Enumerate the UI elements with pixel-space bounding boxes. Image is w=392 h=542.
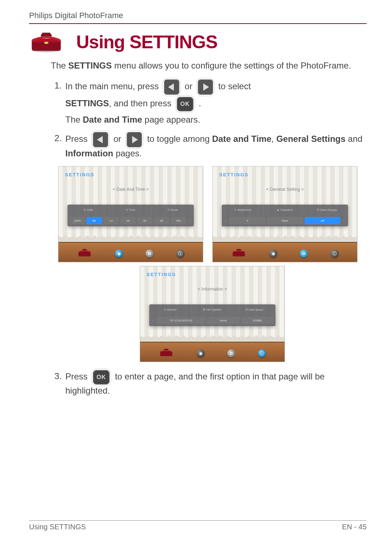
footer-left: Using SETTINGS xyxy=(29,523,86,531)
page-footer: Using SETTINGS EN - 45 xyxy=(29,520,367,531)
footer-right: EN - 45 xyxy=(342,523,367,531)
step-1: 1. In the main menu, press or to select … xyxy=(54,79,367,126)
intro-text: The SETTINGS menu allows you to configur… xyxy=(51,59,367,72)
left-arrow-icon xyxy=(93,132,108,147)
svg-rect-5 xyxy=(237,249,241,250)
page-header: Philips Digital PhotoFrame xyxy=(29,11,367,24)
svg-rect-6 xyxy=(164,349,169,350)
screenshots-row: SETTINGS < Date And Time > ⊙ Date ⊙ Time… xyxy=(58,166,367,262)
content: The SETTINGS menu allows you to configur… xyxy=(29,59,367,397)
right-arrow-icon xyxy=(127,132,142,147)
svg-point-3 xyxy=(44,42,49,44)
screenshot-information: SETTINGS < Information > ⊙ Version ⊞ Fil… xyxy=(140,266,285,362)
svg-rect-4 xyxy=(82,249,87,250)
ok-button-icon: OK xyxy=(177,97,193,111)
left-arrow-icon xyxy=(164,79,179,95)
title-row: Using SETTINGS xyxy=(27,31,367,53)
toolbox-icon xyxy=(27,31,65,53)
screenshot-general: SETTINGS < General Setting > ✦ Brightnes… xyxy=(212,166,358,262)
ok-button-icon: OK xyxy=(93,370,110,385)
page-title: Using SETTINGS xyxy=(76,32,217,53)
step-3: 3. Press OK to enter a page, and the fir… xyxy=(54,370,367,397)
svg-rect-2 xyxy=(42,33,51,35)
step-2: 2. Press or to toggle among Date and Tim… xyxy=(54,132,367,362)
right-arrow-icon xyxy=(198,79,213,95)
screenshot-date-time: SETTINGS < Date And Time > ⊙ Date ⊙ Time… xyxy=(58,166,203,262)
